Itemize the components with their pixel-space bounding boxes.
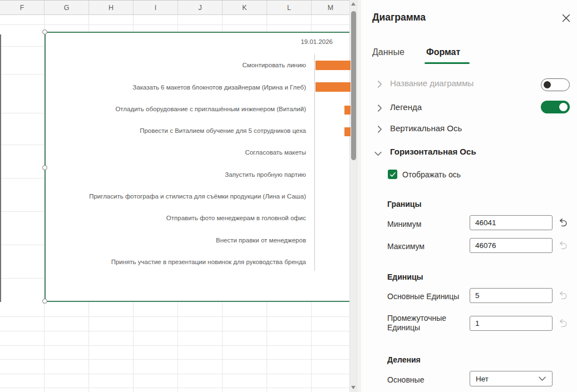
major-ticks-dropdown[interactable]: Нет xyxy=(470,371,553,386)
grid-row-line xyxy=(0,345,349,346)
column-header-g[interactable]: G xyxy=(45,1,89,14)
gantt-bar[interactable] xyxy=(315,82,351,92)
column-headers: F G H I J K L M xyxy=(0,0,349,15)
panel-gutter xyxy=(357,0,361,392)
minor-units-input[interactable] xyxy=(470,316,553,331)
gantt-chart[interactable]: 19.01.2026 Смонтировать линию Заказать 6… xyxy=(45,32,349,302)
grid-row-line xyxy=(0,24,349,25)
chevron-down-icon xyxy=(539,376,546,381)
show-axis-checkbox[interactable] xyxy=(388,170,397,179)
chart-legend[interactable]: 19.01.2026 xyxy=(300,38,333,45)
gantt-bar[interactable] xyxy=(344,106,351,115)
bounds-heading: Границы xyxy=(387,200,421,209)
category-axis-line xyxy=(314,54,315,271)
category-label: Принять участие в презентации новинок дл… xyxy=(50,257,306,267)
column-header-k[interactable]: K xyxy=(223,1,267,14)
category-label: Согласовать макеты xyxy=(50,147,306,157)
minor-units-label: Промежуточные Единицы xyxy=(387,314,466,333)
undo-icon xyxy=(557,317,569,330)
toggle-knob xyxy=(544,81,551,88)
minimum-input[interactable] xyxy=(470,215,553,230)
column-header-h[interactable]: H xyxy=(89,1,134,14)
excel-app: F G H I J K L M 19.01.2026 Смонтировать … xyxy=(0,0,577,392)
category-label: Внести правки от менеджеров xyxy=(50,235,306,245)
scrollbar-thumb[interactable] xyxy=(351,11,356,160)
column-header-i[interactable]: I xyxy=(134,1,178,14)
vertical-scrollbar[interactable] xyxy=(349,0,357,392)
show-axis-label: Отображать ось xyxy=(402,170,461,179)
offscreen-object-edge xyxy=(0,34,1,302)
undo-icon xyxy=(557,240,569,252)
category-label: Пригласить фотографа и стилиста для съём… xyxy=(50,191,306,201)
section-horizontal-axis[interactable]: Горизонтальная Ось xyxy=(357,147,577,162)
major-units-input[interactable] xyxy=(470,288,553,303)
section-label: Горизонтальная Ось xyxy=(390,147,476,156)
grid-row-line xyxy=(0,359,349,360)
chart-format-panel: Диаграмма Данные Формат Название диаграм… xyxy=(357,0,577,392)
maximum-input[interactable] xyxy=(470,238,553,253)
major-units-label: Основные Единицы xyxy=(387,292,459,301)
category-label: Смонтировать линию xyxy=(50,60,306,70)
gantt-bar[interactable] xyxy=(315,61,351,70)
close-icon[interactable] xyxy=(558,10,574,26)
gantt-bar[interactable] xyxy=(344,127,351,136)
category-label: Отладить оборудование с приглашённым инж… xyxy=(50,104,306,114)
minimum-label: Минимум xyxy=(387,220,421,229)
undo-icon xyxy=(557,290,569,302)
scroll-down-icon[interactable] xyxy=(351,386,356,389)
category-label: Заказать 6 макетов блокнотов дизайнерам … xyxy=(50,82,306,92)
panel-title: Диаграмма xyxy=(372,12,426,23)
tab-format[interactable]: Формат xyxy=(426,47,460,57)
active-tab-underline xyxy=(425,62,470,64)
scroll-up-icon[interactable] xyxy=(351,2,356,6)
column-header-l[interactable]: L xyxy=(267,1,312,14)
ticks-heading: Деления xyxy=(387,355,421,364)
grid-row-line xyxy=(0,331,349,331)
units-heading: Единицы xyxy=(387,272,423,281)
section-label: Название диаграммы xyxy=(390,78,474,88)
section-vertical-axis[interactable]: Вертикальная Ось xyxy=(357,123,577,139)
chevron-right-icon xyxy=(376,104,383,114)
grid-row-line xyxy=(0,388,349,388)
chevron-down-icon xyxy=(374,150,382,160)
selection-handle[interactable] xyxy=(42,165,47,170)
category-label: Отправить фото менеджерам в головной офи… xyxy=(50,213,306,223)
chevron-right-icon xyxy=(376,125,383,135)
toggle-knob xyxy=(559,103,568,111)
spreadsheet-area: F G H I J K L M 19.01.2026 Смонтировать … xyxy=(0,0,349,392)
grid-row-line xyxy=(0,316,349,317)
section-label: Легенда xyxy=(390,102,422,112)
category-label: Запустить пробную партию xyxy=(50,170,306,180)
category-label: Провести с Виталием обучение для 5 сотру… xyxy=(50,126,306,136)
chart-title-toggle[interactable] xyxy=(541,78,570,91)
undo-icon[interactable] xyxy=(557,217,569,229)
selection-handle[interactable] xyxy=(42,29,47,34)
chevron-right-icon xyxy=(376,80,383,90)
tab-data[interactable]: Данные xyxy=(372,47,405,57)
maximum-label: Максимум xyxy=(387,242,425,251)
column-header-f[interactable]: F xyxy=(0,1,45,14)
column-header-j[interactable]: J xyxy=(178,1,223,14)
section-label: Вертикальная Ось xyxy=(390,123,462,133)
legend-toggle[interactable] xyxy=(541,101,570,113)
column-header-m[interactable]: M xyxy=(312,1,349,14)
dropdown-value: Нет xyxy=(470,375,539,383)
major-ticks-label: Основные xyxy=(387,375,424,384)
grid-row-line xyxy=(0,374,349,374)
selection-handle[interactable] xyxy=(42,299,47,304)
